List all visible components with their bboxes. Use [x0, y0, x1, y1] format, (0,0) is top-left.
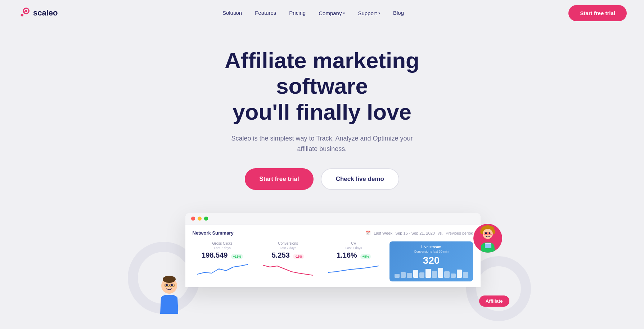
- metric-badge-0: +15%: [231, 254, 243, 259]
- navigation: scaleo Solution Features Pricing Company…: [0, 0, 644, 26]
- window-minimize-dot: [198, 217, 202, 221]
- svg-point-7: [171, 284, 173, 286]
- dashboard-body: Network Summary 📅 Last Week Sep 15 - Sep…: [185, 224, 481, 287]
- logo-link[interactable]: scaleo: [17, 6, 58, 20]
- live-bar-10: [451, 274, 456, 278]
- hero-subtitle: Scaleo is the simplest way to Track, Ana…: [225, 133, 419, 154]
- chart-cr: [328, 262, 379, 276]
- live-bar-9: [444, 271, 449, 278]
- svg-point-6: [166, 284, 168, 286]
- window-expand-dot: [204, 217, 208, 221]
- metric-value-1: 5.253 -15%: [258, 251, 318, 259]
- nav-company[interactable]: Company ▾: [319, 10, 345, 16]
- nav-solution[interactable]: Solution: [222, 10, 242, 16]
- dashboard-title: Network Summary: [193, 230, 234, 236]
- affiliate-badge: Affiliate: [479, 295, 509, 307]
- live-stream-card: Live stream Conversions last 30 min 320: [389, 241, 473, 281]
- live-bar-3: [407, 273, 412, 278]
- window-titlebar: [185, 213, 481, 224]
- live-bars-chart: [395, 268, 468, 278]
- hero-title: Affiliate marketing software you'll fina…: [185, 48, 459, 125]
- metric-label-1: Conversions: [258, 241, 318, 245]
- metric-conversions: Conversions Last 7 days 5.253 -15%: [258, 241, 318, 281]
- svg-point-5: [163, 276, 176, 283]
- calendar-icon: 📅: [366, 231, 371, 235]
- live-bar-7: [432, 271, 437, 278]
- hero-section: Affiliate marketing software you'll fina…: [0, 26, 644, 314]
- nav-blog[interactable]: Blog: [393, 10, 404, 16]
- start-trial-button[interactable]: Start free trial: [245, 168, 314, 190]
- support-chevron-icon: ▾: [378, 11, 380, 15]
- company-chevron-icon: ▾: [343, 11, 345, 15]
- metric-badge-2: +8%: [360, 254, 370, 259]
- live-bar-4: [413, 270, 418, 278]
- chart-conversions: [263, 262, 313, 276]
- nav-support[interactable]: Support ▾: [358, 10, 380, 16]
- metric-label-0: Gross Clicks: [193, 241, 252, 245]
- metric-cr: CR Last 7 days 1.16% +8%: [324, 241, 383, 281]
- window-close-dot: [191, 217, 195, 221]
- live-bar-6: [425, 269, 431, 278]
- dashboard-header: Network Summary 📅 Last Week Sep 15 - Sep…: [193, 230, 473, 236]
- chart-gross-clicks: [197, 262, 248, 276]
- live-bar-12: [463, 272, 468, 278]
- metric-value-2: 1.16% +8%: [324, 251, 383, 259]
- nav-features[interactable]: Features: [255, 10, 276, 16]
- nav-cta-button[interactable]: Start free trial: [568, 5, 627, 21]
- metric-label-2: CR: [324, 241, 383, 245]
- metric-sublabel-0: Last 7 days: [193, 246, 252, 250]
- nav-links: Solution Features Pricing Company ▾ Supp…: [222, 10, 404, 16]
- metric-sublabel-1: Last 7 days: [258, 246, 318, 250]
- svg-point-1: [25, 10, 27, 12]
- live-label: Live stream: [395, 245, 468, 249]
- dashboard-metrics: Gross Clicks Last 7 days 198.549 +15% Co…: [193, 241, 473, 281]
- live-sublabel: Conversions last 30 min: [395, 250, 468, 253]
- metric-badge-1: -15%: [293, 254, 304, 259]
- logo-text: scaleo: [33, 8, 58, 18]
- nav-pricing[interactable]: Pricing: [289, 10, 306, 16]
- logo-icon: [17, 6, 31, 20]
- avatar-right-character: [473, 224, 502, 253]
- live-demo-button[interactable]: Check live demo: [321, 168, 399, 190]
- dashboard-window: Network Summary 📅 Last Week Sep 15 - Sep…: [185, 213, 481, 287]
- metric-value-0: 198.549 +15%: [193, 251, 252, 259]
- live-bar-1: [395, 274, 400, 278]
- live-bar-8: [438, 268, 443, 278]
- live-bar-5: [419, 272, 424, 278]
- character-left-svg: [153, 274, 185, 314]
- character-right-svg: [473, 224, 502, 253]
- live-bar-2: [401, 272, 406, 278]
- svg-point-17: [485, 232, 487, 234]
- live-number: 320: [395, 255, 468, 266]
- dashboard-date-range: 📅 Last Week Sep 15 - Sep 21, 2020 vs. Pr…: [366, 231, 473, 235]
- metric-sublabel-2: Last 7 days: [324, 246, 383, 250]
- live-bar-11: [457, 270, 462, 278]
- svg-point-2: [21, 14, 24, 17]
- svg-rect-23: [485, 244, 491, 248]
- avatar-left-character: [153, 274, 185, 314]
- metric-gross-clicks: Gross Clicks Last 7 days 198.549 +15%: [193, 241, 252, 281]
- dashboard-preview: Network Summary 📅 Last Week Sep 15 - Sep…: [106, 213, 538, 314]
- svg-point-18: [488, 232, 490, 234]
- hero-buttons: Start free trial Check live demo: [245, 168, 399, 190]
